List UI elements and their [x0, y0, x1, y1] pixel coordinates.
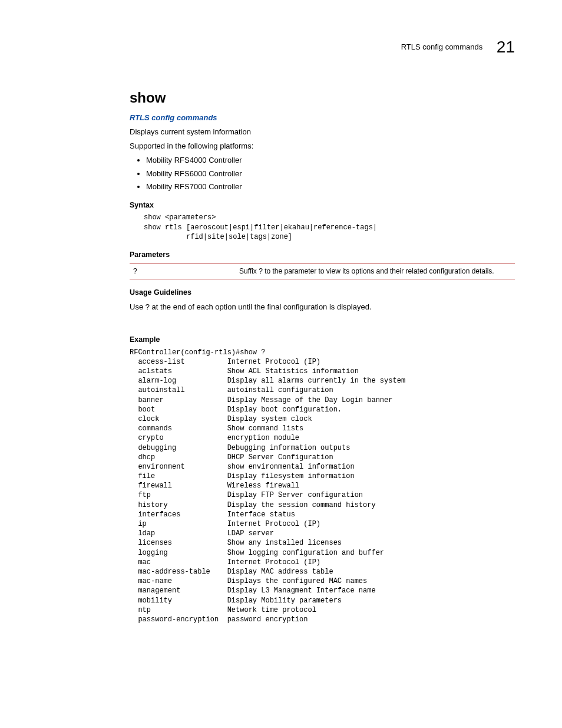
list-item: Mobility RFS6000 Controller — [146, 169, 515, 179]
parameters-table: ? Suffix ? to the parameter to view its … — [130, 263, 515, 279]
list-item: Mobility RFS7000 Controller — [146, 182, 515, 192]
param-desc: Suffix ? to the parameter to view its op… — [239, 266, 515, 276]
syntax-code-block: show <parameters> show rtls [aeroscout|e… — [144, 213, 515, 242]
usage-text: Use ? at the end of each option until th… — [130, 302, 515, 312]
example-code-block: RFController(config-rtls)#show ? access-… — [130, 348, 515, 624]
breadcrumb-link[interactable]: RTLS config commands — [130, 113, 515, 123]
content-area: show RTLS config commands Displays curre… — [130, 88, 515, 624]
intro-text-2: Supported in the following platforms: — [130, 141, 515, 151]
example-heading: Example — [130, 335, 515, 345]
page-title: show — [130, 88, 515, 108]
table-row: ? Suffix ? to the parameter to view its … — [130, 264, 515, 279]
intro-text-1: Displays current system information — [130, 127, 515, 137]
param-name: ? — [130, 266, 239, 276]
header-chapter-number: 21 — [497, 35, 515, 58]
header-section: RTLS config commands — [401, 42, 483, 52]
platform-list: Mobility RFS4000 Controller Mobility RFS… — [130, 155, 515, 192]
page-header: RTLS config commands 21 — [47, 35, 515, 58]
parameters-heading: Parameters — [130, 250, 515, 261]
usage-heading: Usage Guidelines — [130, 288, 515, 298]
syntax-heading: Syntax — [130, 200, 515, 211]
list-item: Mobility RFS4000 Controller — [146, 155, 515, 166]
